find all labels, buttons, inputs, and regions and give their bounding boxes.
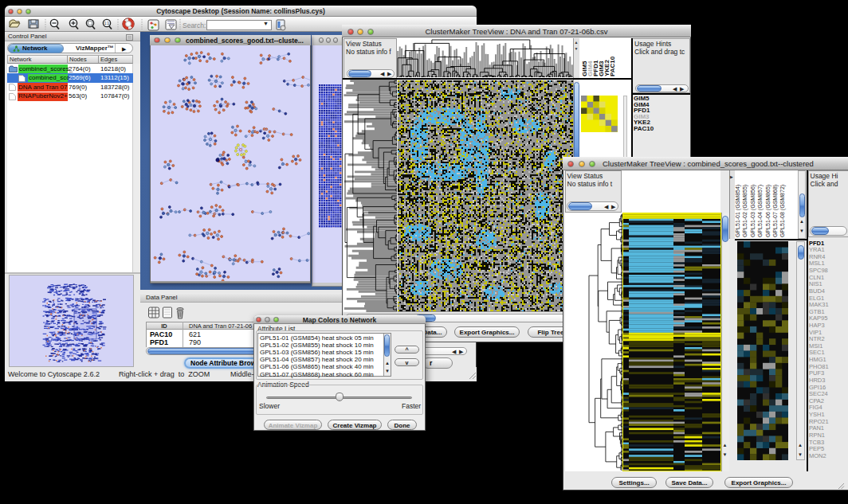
- svg-text:PAC10: PAC10: [609, 56, 616, 76]
- svg-text:GPL51-07 (GSM868): GPL51-07 (GSM868): [772, 185, 779, 237]
- svg-text:1:1: 1:1: [104, 21, 110, 25]
- svg-text:GPL51-08 (GSM872): GPL51-08 (GSM872): [779, 185, 786, 237]
- svg-text:GPL51-06 (GSM865): GPL51-06 (GSM865): [765, 185, 771, 237]
- svg-text:GPL51-01 (GSM854): GPL51-01 (GSM854): [735, 185, 741, 237]
- svg-text:GPL51-02 (GSM855): GPL51-02 (GSM855): [742, 185, 748, 237]
- svg-text:GPL51-03 (GSM856): GPL51-03 (GSM856): [750, 185, 756, 237]
- svg-text:GPL51-04 (GSM857): GPL51-04 (GSM857): [757, 185, 764, 237]
